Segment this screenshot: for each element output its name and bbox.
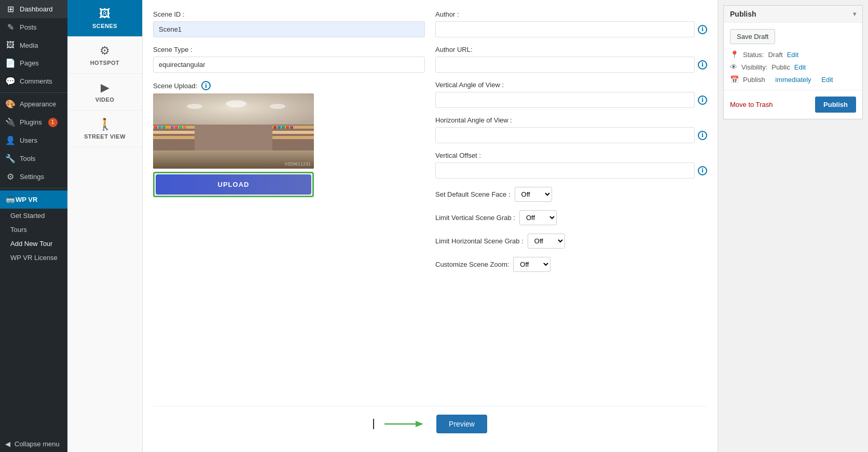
calendar-icon: 📅 — [730, 75, 739, 84]
tab-panel: 🖼 SCENES ⚙ HOTSPOT ▶ VIDEO 🚶 STREET VIEW — [67, 0, 143, 452]
author-url-info-icon[interactable]: ℹ — [698, 60, 707, 70]
sidebar-item-pages[interactable]: 📄 Pages — [0, 54, 67, 72]
publish-time-edit-link[interactable]: Edit — [821, 76, 833, 84]
visibility-label: Visibility: — [741, 63, 767, 71]
sidebar-item-wp-vr[interactable]: 🥽 WP VR — [0, 190, 67, 209]
scene-image: #329611231 — [153, 93, 314, 169]
limit-horizontal-row: Limit Horizontal Scene Grab : OffOn — [435, 234, 707, 249]
sidebar-item-settings[interactable]: ⚙ Settings — [0, 168, 67, 186]
plugins-badge: 1 — [48, 118, 58, 127]
svg-rect-11 — [175, 126, 178, 129]
move-to-trash-link[interactable]: Move to Trash — [730, 101, 773, 108]
vertical-aov-info-icon[interactable]: ℹ — [698, 95, 707, 105]
limit-vertical-label: Limit Vertical Scene Grab : — [435, 214, 515, 222]
status-icon: 📍 — [730, 50, 739, 59]
svg-point-24 — [226, 100, 246, 107]
arrow-svg — [384, 418, 426, 430]
sidebar-item-users[interactable]: 👤 Users — [0, 131, 67, 149]
tab-scenes[interactable]: 🖼 SCENES — [67, 0, 142, 37]
author-info-icon[interactable]: ℹ — [698, 25, 707, 34]
limit-horizontal-select[interactable]: OffOn — [528, 234, 565, 249]
preview-button[interactable]: Preview — [436, 415, 487, 433]
default-scene-face-label: Set Default Scene Face : — [435, 190, 511, 198]
publish-status-row: 📍 Status: Draft Edit — [730, 50, 856, 59]
left-column: Scene ID : Scene Type : Scene Upload: ℹ — [153, 10, 425, 197]
publish-button[interactable]: Publish — [815, 97, 856, 113]
status-edit-link[interactable]: Edit — [787, 51, 798, 59]
media-icon: 🖼 — [5, 40, 16, 50]
customize-zoom-select[interactable]: OffOn — [513, 257, 550, 272]
customize-zoom-label: Customize Scene Zoom: — [435, 261, 509, 268]
save-draft-button[interactable]: Save Draft — [730, 29, 775, 44]
svg-rect-19 — [282, 126, 285, 129]
sidebar-item-comments[interactable]: 💬 Comments — [0, 72, 67, 90]
vertical-offset-input[interactable] — [435, 162, 695, 179]
vertical-offset-label: Vertical Offset : — [435, 152, 707, 159]
vertical-offset-info-icon[interactable]: ℹ — [698, 166, 707, 175]
publish-header: Publish ▾ — [724, 6, 862, 23]
svg-rect-22 — [195, 125, 272, 150]
limit-vertical-select[interactable]: OffOn — [519, 210, 557, 225]
svg-rect-18 — [278, 126, 281, 129]
horizontal-aov-info-icon[interactable]: ℹ — [698, 131, 707, 140]
right-sidebar: Publish ▾ Save Draft 📍 Status: Draft Edi… — [718, 0, 868, 452]
sidebar-item-plugins[interactable]: 🔌 Plugins 1 — [0, 113, 67, 131]
sidebar-item-appearance[interactable]: 🎨 Appearance — [0, 95, 67, 113]
scene-id-input[interactable] — [153, 21, 425, 37]
scene-image-container: #329611231 — [153, 93, 314, 169]
tab-street-view[interactable]: 🚶 STREET VIEW — [67, 111, 142, 147]
svg-rect-9 — [167, 126, 170, 129]
svg-rect-17 — [273, 126, 277, 129]
collapse-icon: ◀ — [5, 440, 10, 448]
sidebar-item-get-started[interactable]: Get Started — [0, 209, 67, 223]
sidebar: ⊞ Dashboard ✎ Posts 🖼 Media 📄 Pages 💬 Co… — [0, 0, 67, 452]
sidebar-item-tools[interactable]: 🔧 Tools — [0, 149, 67, 168]
svg-rect-12 — [179, 126, 182, 129]
svg-rect-10 — [171, 126, 174, 129]
sidebar-item-wp-vr-license[interactable]: WP VR License — [0, 251, 67, 265]
tab-hotspot[interactable]: ⚙ HOTSPOT — [67, 37, 142, 74]
status-label: Status: — [743, 51, 764, 59]
horizontal-aov-input[interactable] — [435, 127, 695, 143]
visibility-value: Public — [771, 63, 790, 71]
street-view-tab-icon: 🚶 — [98, 118, 112, 131]
svg-point-25 — [270, 104, 285, 109]
upload-button-wrapper: UPLOAD — [153, 172, 314, 197]
vertical-aov-input[interactable] — [435, 92, 695, 108]
right-column: Author : ℹ Author URL: ℹ Vertical Angle … — [435, 10, 707, 272]
svg-rect-8 — [162, 126, 166, 129]
author-url-input[interactable] — [435, 57, 695, 73]
hotspot-tab-icon: ⚙ — [100, 44, 110, 58]
upload-button[interactable]: UPLOAD — [156, 174, 311, 195]
video-tab-icon: ▶ — [101, 81, 109, 94]
scene-type-group: Scene Type : — [153, 46, 425, 73]
publish-chevron-icon[interactable]: ▾ — [853, 10, 856, 18]
form-layout: Scene ID : Scene Type : Scene Upload: ℹ — [153, 10, 707, 272]
scene-id-group: Scene ID : — [153, 10, 425, 37]
collapse-menu-button[interactable]: ◀ Collapse menu — [0, 436, 67, 452]
sidebar-item-media[interactable]: 🖼 Media — [0, 36, 67, 54]
author-label: Author : — [435, 10, 707, 18]
tab-video[interactable]: ▶ VIDEO — [67, 74, 142, 111]
settings-icon: ⚙ — [5, 172, 16, 182]
wp-vr-icon: 🥽 — [5, 195, 16, 204]
comments-icon: 💬 — [5, 76, 16, 86]
visibility-edit-link[interactable]: Edit — [794, 63, 806, 71]
default-scene-face-row: Set Default Scene Face : OffOn — [435, 187, 707, 202]
sidebar-item-add-new-tour[interactable]: Add New Tour — [0, 237, 67, 251]
default-scene-face-select[interactable]: OffOn — [515, 187, 552, 202]
center-wrapper: 🖼 SCENES ⚙ HOTSPOT ▶ VIDEO 🚶 STREET VIEW… — [67, 0, 718, 452]
sidebar-item-dashboard[interactable]: ⊞ Dashboard — [0, 0, 67, 18]
author-input[interactable] — [435, 21, 695, 37]
publish-time-link[interactable]: immediately — [775, 76, 811, 84]
scene-type-input[interactable] — [153, 57, 425, 73]
scene-upload-info-icon[interactable]: ℹ — [201, 81, 211, 90]
sidebar-item-tours[interactable]: Tours — [0, 223, 67, 237]
scene-upload-label-row: Scene Upload: ℹ — [153, 81, 425, 90]
sidebar-item-posts[interactable]: ✎ Posts — [0, 18, 67, 36]
plugins-icon: 🔌 — [5, 117, 16, 127]
scene-type-label: Scene Type : — [153, 46, 425, 53]
svg-rect-4 — [153, 131, 195, 134]
sidebar-divider-1 — [0, 92, 67, 93]
publish-label: Publish — [743, 76, 765, 84]
